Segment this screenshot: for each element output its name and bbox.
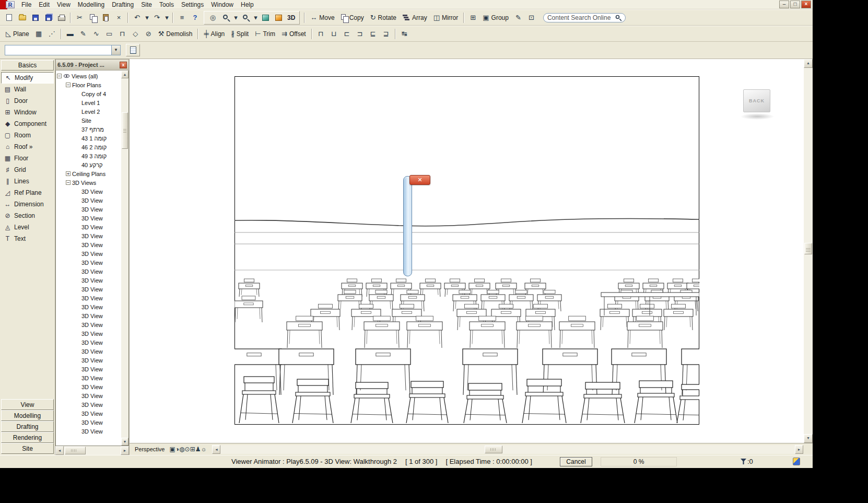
- collapse-icon[interactable]: −: [66, 180, 71, 185]
- scroll-down-icon[interactable]: ▼: [121, 438, 128, 446]
- collapse-icon[interactable]: −: [57, 74, 62, 78]
- menu-file[interactable]: File: [18, 0, 35, 9]
- zoom-region-button[interactable]: [240, 12, 252, 24]
- reveal-hidden-icon[interactable]: ☼: [201, 446, 206, 453]
- designbar-item-roof[interactable]: ⌂Roof »: [1, 141, 54, 153]
- designbar-item-grid[interactable]: ♯Grid: [1, 164, 54, 176]
- scrollbar-thumb[interactable]: [65, 447, 86, 454]
- polygon-button[interactable]: ◇: [130, 28, 142, 40]
- array-button[interactable]: Array: [400, 12, 430, 24]
- tree-vertical-scrollbar[interactable]: ▲ ▼: [121, 71, 128, 446]
- slope-button[interactable]: ⋰: [46, 28, 58, 40]
- new-file-button[interactable]: [3, 12, 15, 24]
- zoom-dropdown-button[interactable]: ▾: [233, 12, 239, 24]
- align-button[interactable]: ╪Align: [201, 28, 228, 40]
- split-button[interactable]: ∦Split: [228, 28, 252, 40]
- menu-edit[interactable]: Edit: [35, 0, 53, 9]
- measure-button[interactable]: ↹: [398, 28, 410, 40]
- menu-site[interactable]: Site: [137, 0, 156, 9]
- sketch-button[interactable]: ▬: [64, 28, 76, 40]
- scroll-left-icon[interactable]: ◄: [55, 446, 64, 455]
- tree-item[interactable]: 3D View: [56, 311, 121, 320]
- maximize-button[interactable]: □: [790, 1, 800, 8]
- tree-item[interactable]: 3D View: [56, 400, 121, 409]
- scrollbar-thumb[interactable]: [804, 243, 812, 254]
- tree-item[interactable]: 3D View: [56, 258, 121, 267]
- delete-button[interactable]: ×: [113, 12, 125, 24]
- tree-item[interactable]: 3D View: [56, 356, 121, 365]
- collapse-icon[interactable]: −: [66, 83, 71, 87]
- zoom-region-dropdown-button[interactable]: ▾: [253, 12, 259, 24]
- tree-item[interactable]: Copy of 4: [56, 89, 121, 98]
- scroll-left-icon[interactable]: ◄: [212, 445, 220, 454]
- tree-item[interactable]: 3D View: [56, 285, 121, 294]
- tree-item[interactable]: Level 1: [56, 98, 121, 107]
- designbar-item-floor[interactable]: ▦Floor: [1, 153, 54, 164]
- designbar-item-text[interactable]: TText: [1, 233, 54, 244]
- tree-item[interactable]: 3D View: [56, 240, 121, 249]
- tree-item[interactable]: 3D View: [56, 418, 121, 427]
- menu-drafting[interactable]: Drafting: [108, 0, 137, 9]
- walkthrough-3d-view[interactable]: [234, 76, 699, 425]
- undo-history-button[interactable]: ▾: [144, 12, 150, 24]
- tree-item[interactable]: −Floor Plans: [56, 80, 121, 89]
- redo-history-button[interactable]: ▾: [164, 12, 170, 24]
- tree-horizontal-scrollbar[interactable]: ◄ ►: [55, 446, 129, 455]
- tree-item[interactable]: 3D View: [56, 267, 121, 276]
- hide-isolate-icon[interactable]: ⊙: [185, 446, 190, 453]
- menu-help[interactable]: Help: [237, 0, 257, 9]
- shadows-icon[interactable]: ◍: [179, 446, 184, 453]
- redo-button[interactable]: ↷: [151, 12, 163, 24]
- back-cube-face[interactable]: BACK: [743, 89, 770, 112]
- designbar-item-component[interactable]: ◆Component: [1, 118, 54, 130]
- tree-item[interactable]: 46 2 קומה: [56, 143, 121, 151]
- scrollbar-track[interactable]: [64, 446, 121, 455]
- designbar-item-modify[interactable]: ↖Modify: [1, 72, 54, 84]
- cancel-button[interactable]: Cancel: [560, 457, 592, 466]
- tree-item[interactable]: 3D View: [56, 196, 121, 205]
- tree-item[interactable]: 3D View: [56, 329, 121, 338]
- paste-button[interactable]: [100, 12, 112, 24]
- designbar-item-door[interactable]: ▯Door: [1, 95, 54, 107]
- link-button[interactable]: ⊡: [525, 12, 537, 24]
- tree-item[interactable]: +Ceiling Plans: [56, 169, 121, 178]
- unjoin-geometry-button[interactable]: ⊔: [328, 28, 340, 40]
- tree-item[interactable]: 3D View: [56, 187, 121, 196]
- scroll-down-icon[interactable]: ▼: [804, 434, 813, 443]
- close-icon[interactable]: ✕: [409, 175, 430, 185]
- designbar-tab-modelling[interactable]: Modelling: [1, 410, 54, 421]
- pick-lines-button[interactable]: ⊓: [116, 28, 128, 40]
- tree-item[interactable]: 3D View: [56, 223, 121, 231]
- designbar-tab-basics[interactable]: Basics: [1, 60, 54, 71]
- edit-cuts-button[interactable]: ⊒: [380, 28, 392, 40]
- tree-item[interactable]: 3D View: [56, 347, 121, 356]
- context-help-button[interactable]: ?: [189, 12, 201, 24]
- tree-item[interactable]: 3D View: [56, 365, 121, 373]
- designbar-item-wall[interactable]: ▤Wall: [1, 84, 54, 95]
- scroll-right-icon[interactable]: ►: [121, 446, 129, 455]
- tree-item[interactable]: 40 קרקע: [56, 160, 121, 169]
- menu-tools[interactable]: Tools: [156, 0, 178, 9]
- drawing-canvas[interactable]: BACK ✕: [130, 59, 804, 443]
- designbar-item-window[interactable]: ⊞Window: [1, 107, 54, 118]
- tree-item[interactable]: 3D View: [56, 276, 121, 285]
- pin-button[interactable]: ⊞: [467, 12, 479, 24]
- tree-item[interactable]: 43 1 קומה: [56, 134, 121, 143]
- tree-item[interactable]: Level 2: [56, 107, 121, 116]
- scroll-right-icon[interactable]: ►: [795, 445, 803, 454]
- cut-geometry-button[interactable]: ⊏: [341, 28, 353, 40]
- work-plane-button[interactable]: ◺Plane: [3, 28, 32, 40]
- open-button[interactable]: [16, 12, 28, 24]
- wall-join-button[interactable]: ⊑: [367, 28, 379, 40]
- chevron-down-icon[interactable]: ▼: [111, 45, 120, 55]
- walkthrough-icon[interactable]: ♟: [195, 446, 201, 453]
- tree-item[interactable]: 3D View: [56, 231, 121, 240]
- designbar-tab-rendering[interactable]: Rendering: [1, 432, 54, 443]
- surface-button[interactable]: ▦: [33, 28, 45, 40]
- back-cube[interactable]: BACK: [743, 89, 770, 112]
- save-button[interactable]: [29, 12, 41, 24]
- scroll-up-icon[interactable]: ▲: [121, 71, 128, 78]
- rectangle-button[interactable]: ▭: [103, 28, 115, 40]
- designbar-item-lines[interactable]: ∥Lines: [1, 176, 54, 187]
- tree-item[interactable]: 3D View: [56, 382, 121, 391]
